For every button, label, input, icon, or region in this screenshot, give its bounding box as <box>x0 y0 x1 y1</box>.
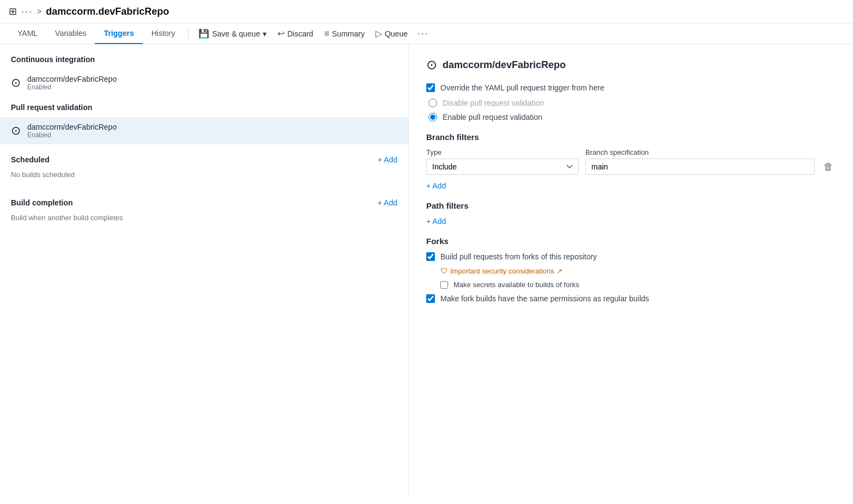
enable-radio-label: Enable pull request validation <box>443 113 542 122</box>
type-field-group: Type Include Exclude <box>426 148 579 175</box>
secrets-label: Make secrets available to builds of fork… <box>453 281 579 289</box>
breadcrumb-dots[interactable]: ··· <box>21 6 33 17</box>
queue-label: Queue <box>385 29 408 38</box>
pr-repo-item[interactable]: ⊙ damccorm/devFabricRepo Enabled <box>0 117 408 144</box>
pr-repo-status: Enabled <box>27 131 117 139</box>
github-icon-ci: ⊙ <box>11 76 21 90</box>
pr-repo-name: damccorm/devFabricRepo <box>27 123 117 131</box>
security-considerations-link[interactable]: 🛡 Important security considerations ↗ <box>440 266 836 275</box>
tab-triggers[interactable]: Triggers <box>95 23 142 44</box>
build-forks-checkbox[interactable] <box>426 252 435 261</box>
enable-radio-row: Enable pull request validation <box>426 113 836 122</box>
permissions-checkbox-row: Make fork builds have the same permissio… <box>426 294 836 303</box>
add-path-filter-button[interactable]: + Add <box>426 217 446 226</box>
tab-yaml[interactable]: YAML <box>9 23 46 44</box>
no-builds-text: No builds scheduled <box>0 168 408 187</box>
page-title: damccorm.devFabricRepo <box>46 6 169 17</box>
scheduled-title: Scheduled <box>11 155 50 164</box>
summary-label: Summary <box>332 29 365 38</box>
ci-repo-info: damccorm/devFabricRepo Enabled <box>27 75 117 91</box>
shield-icon: 🛡 <box>440 266 448 275</box>
tab-history[interactable]: History <box>143 23 184 44</box>
queue-button[interactable]: ▷ Queue <box>370 25 413 42</box>
path-filters-header: Path filters <box>426 201 836 210</box>
save-queue-button[interactable]: 💾 Save & queue ▾ <box>193 25 272 42</box>
right-repo-title: damccorm/devFabricRepo <box>443 59 566 71</box>
branch-filters-header: Branch filters <box>426 132 836 142</box>
spec-field-group: Branch specification <box>585 148 815 175</box>
ci-repo-item[interactable]: ⊙ damccorm/devFabricRepo Enabled <box>0 69 408 96</box>
top-bar: ⊞ ··· > damccorm.devFabricRepo <box>0 0 853 23</box>
override-checkbox-row: Override the YAML pull request trigger f… <box>426 83 836 92</box>
permissions-label: Make fork builds have the same permissio… <box>440 294 649 303</box>
override-checkbox[interactable] <box>426 83 435 92</box>
add-branch-filter-button[interactable]: + Add <box>426 181 446 190</box>
save-icon: 💾 <box>198 28 209 39</box>
branch-filter-row: Type Include Exclude Branch specificatio… <box>426 148 836 175</box>
forks-section: Forks Build pull requests from forks of … <box>426 236 836 303</box>
nav-divider <box>188 27 189 40</box>
ci-repo-name: damccorm/devFabricRepo <box>27 75 117 83</box>
add-build-completion-button[interactable]: + Add <box>378 198 397 207</box>
ci-repo-status: Enabled <box>27 83 117 91</box>
right-panel: ⊙ damccorm/devFabricRepo Override the YA… <box>409 44 853 494</box>
disable-radio-label: Disable pull request validation <box>443 99 544 107</box>
continuous-integration-title: Continuous integration <box>0 55 408 69</box>
main-layout: Continuous integration ⊙ damccorm/devFab… <box>0 44 853 494</box>
type-select[interactable]: Include Exclude <box>426 159 579 175</box>
discard-label: Discard <box>287 29 313 38</box>
add-scheduled-button[interactable]: + Add <box>378 155 397 164</box>
build-completion-section-row: Build completion + Add <box>0 196 408 211</box>
disable-radio-row: Disable pull request validation <box>426 99 836 107</box>
external-link-icon: ↗ <box>556 267 562 275</box>
discard-icon: ↩ <box>277 28 285 39</box>
security-label: Important security considerations <box>450 267 554 275</box>
app-icon: ⊞ <box>9 5 17 17</box>
right-panel-header: ⊙ damccorm/devFabricRepo <box>426 57 836 72</box>
pr-repo-info: damccorm/devFabricRepo Enabled <box>27 123 117 139</box>
secrets-checkbox[interactable] <box>440 281 448 289</box>
branch-spec-input[interactable] <box>585 159 815 175</box>
delete-filter-button[interactable]: 🗑 <box>821 159 836 175</box>
save-dropdown-arrow: ▾ <box>263 29 267 38</box>
build-completion-note: Build when another build completes <box>0 211 408 224</box>
type-select-wrapper: Include Exclude <box>426 159 579 175</box>
tab-variables[interactable]: Variables <box>46 23 95 44</box>
build-forks-row: Build pull requests from forks of this r… <box>426 252 836 261</box>
spec-label: Branch specification <box>585 148 815 156</box>
permissions-checkbox[interactable] <box>426 294 435 303</box>
queue-icon: ▷ <box>376 28 382 39</box>
save-queue-label: Save & queue <box>212 29 260 38</box>
discard-button[interactable]: ↩ Discard <box>272 25 318 42</box>
forks-header: Forks <box>426 236 836 246</box>
summary-button[interactable]: ≡ Summary <box>319 26 370 42</box>
summary-icon: ≡ <box>324 29 329 39</box>
type-label: Type <box>426 148 579 156</box>
enable-radio[interactable] <box>428 113 437 122</box>
github-icon-pr: ⊙ <box>11 124 21 138</box>
pull-request-title: Pull request validation <box>0 103 408 117</box>
override-label: Override the YAML pull request trigger f… <box>440 83 604 92</box>
build-forks-label: Build pull requests from forks of this r… <box>440 252 597 261</box>
secrets-checkbox-row: Make secrets available to builds of fork… <box>426 281 836 289</box>
github-icon-right: ⊙ <box>426 57 437 72</box>
left-panel: Continuous integration ⊙ damccorm/devFab… <box>0 44 409 494</box>
scheduled-section-row: Scheduled + Add <box>0 153 408 168</box>
breadcrumb-chevron: > <box>37 7 41 16</box>
build-completion-title: Build completion <box>11 198 73 207</box>
disable-radio[interactable] <box>428 99 437 107</box>
nav-more-button[interactable]: ··· <box>413 25 433 42</box>
nav-bar: YAML Variables Triggers History 💾 Save &… <box>0 23 853 44</box>
